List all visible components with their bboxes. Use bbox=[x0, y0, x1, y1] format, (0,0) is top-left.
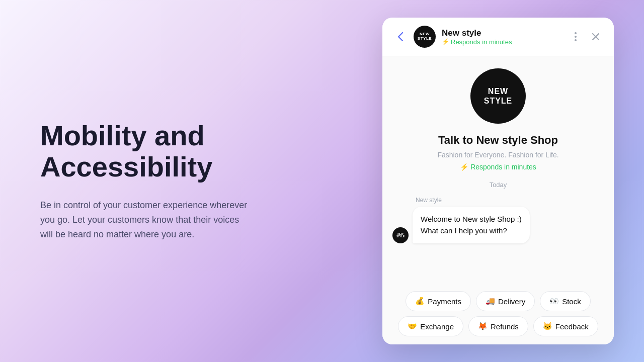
header-actions bbox=[568, 29, 604, 45]
quick-replies-row1: 💰 Payments 🚚 Delivery 👀 Stock bbox=[382, 283, 614, 311]
shop-tagline: Fashion for Everyone. Fashion for Life. bbox=[437, 151, 558, 159]
quick-reply-stock[interactable]: 👀 Stock bbox=[540, 291, 591, 311]
message-section: New style NEWSTYLE Welcome to New style … bbox=[392, 197, 604, 243]
payments-emoji: 💰 bbox=[415, 297, 425, 306]
svg-point-1 bbox=[575, 36, 577, 38]
exchange-label: Exchange bbox=[420, 322, 454, 331]
header-shop-name: New style bbox=[442, 28, 568, 38]
lightning-icon: ⚡ bbox=[460, 163, 468, 171]
close-button[interactable] bbox=[588, 29, 604, 45]
chat-header: NEWSTYLE New style ⚡ Responds in minutes bbox=[382, 18, 614, 56]
quick-replies-row2: 🤝 Exchange 🦊 Refunds 🐱 Feedback bbox=[382, 311, 614, 344]
quick-reply-exchange[interactable]: 🤝 Exchange bbox=[398, 316, 463, 336]
right-panel: NEWSTYLE New style ⚡ Responds in minutes bbox=[352, 0, 644, 362]
quick-reply-feedback[interactable]: 🐱 Feedback bbox=[533, 316, 598, 336]
feedback-emoji: 🐱 bbox=[543, 322, 552, 331]
svg-point-2 bbox=[575, 39, 577, 41]
stock-label: Stock bbox=[562, 297, 581, 306]
shop-response-time: ⚡ Responds in minutes bbox=[460, 163, 536, 171]
header-info: New style ⚡ Responds in minutes bbox=[442, 28, 568, 46]
main-description: Be in control of your customer experienc… bbox=[40, 198, 252, 241]
back-button[interactable] bbox=[392, 29, 409, 45]
message-bubble: Welcome to New style Shop :)What can I h… bbox=[413, 207, 530, 243]
exchange-emoji: 🤝 bbox=[408, 322, 417, 331]
date-divider: Today bbox=[392, 181, 604, 189]
shop-logo: NEWSTYLE bbox=[470, 68, 526, 124]
left-panel: Mobility and Accessibility Be in control… bbox=[0, 0, 352, 362]
quick-reply-refunds[interactable]: 🦊 Refunds bbox=[468, 316, 528, 336]
message-avatar: NEWSTYLE bbox=[392, 227, 409, 243]
svg-point-0 bbox=[575, 32, 577, 34]
quick-reply-delivery[interactable]: 🚚 Delivery bbox=[476, 291, 535, 311]
more-options-button[interactable] bbox=[568, 29, 584, 45]
delivery-label: Delivery bbox=[498, 297, 525, 306]
stock-emoji: 👀 bbox=[549, 297, 559, 306]
header-avatar: NEWSTYLE bbox=[414, 26, 436, 48]
shop-title: Talk to New style Shop bbox=[438, 134, 558, 147]
main-title: Mobility and Accessibility bbox=[40, 120, 312, 182]
message-sender-label: New style bbox=[392, 197, 604, 204]
header-status-text: Responds in minutes bbox=[451, 38, 512, 46]
message-row: NEWSTYLE Welcome to New style Shop :)Wha… bbox=[392, 207, 604, 243]
refunds-emoji: 🦊 bbox=[478, 322, 488, 331]
payments-label: Payments bbox=[428, 297, 461, 306]
title-line1: Mobility and bbox=[40, 120, 205, 151]
delivery-emoji: 🚚 bbox=[486, 297, 495, 306]
quick-reply-payments[interactable]: 💰 Payments bbox=[406, 291, 471, 311]
chat-widget: NEWSTYLE New style ⚡ Responds in minutes bbox=[382, 18, 614, 344]
feedback-label: Feedback bbox=[555, 322, 589, 331]
header-status: ⚡ Responds in minutes bbox=[442, 38, 568, 46]
chat-body: NEWSTYLE Talk to New style Shop Fashion … bbox=[382, 56, 614, 283]
refunds-label: Refunds bbox=[491, 322, 519, 331]
title-line2: Accessibility bbox=[40, 151, 212, 183]
